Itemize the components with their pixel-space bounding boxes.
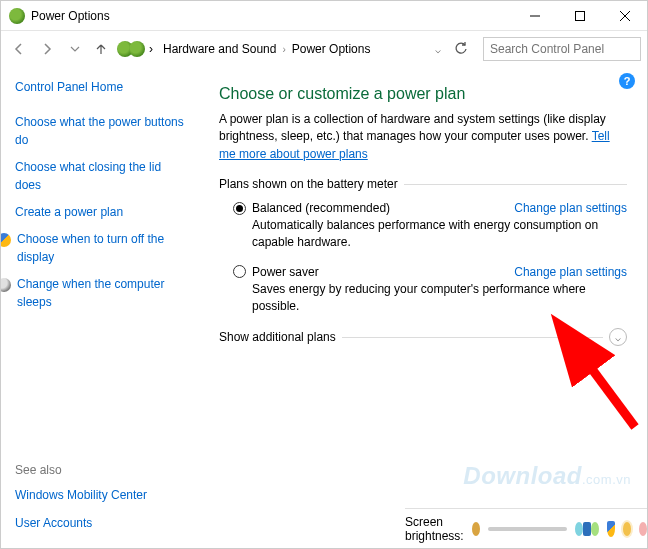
titlebar: Power Options [1, 1, 647, 31]
sidebar-link[interactable]: Create a power plan [15, 204, 185, 221]
plan-name[interactable]: Power saver [252, 265, 319, 279]
window-title: Power Options [31, 9, 512, 23]
show-additional-plans[interactable]: Show additional plans ⌵ [219, 328, 627, 346]
svg-rect-1 [575, 11, 584, 20]
power-options-icon [9, 8, 25, 24]
recent-dropdown[interactable] [63, 37, 87, 61]
see-also-label: See also [15, 463, 203, 477]
desc-text: A power plan is a collection of hardware… [219, 112, 606, 143]
sidebar-link[interactable]: Choose when to turn off the display [0, 231, 203, 266]
help-icon[interactable]: ? [619, 73, 635, 89]
sidebar-link[interactable]: Choose what closing the lid does [15, 159, 185, 194]
crumb-dropdown-icon[interactable]: ⌵ [431, 44, 445, 55]
decor-dot [575, 522, 583, 536]
decor-dot [639, 522, 647, 536]
additional-label: Show additional plans [219, 330, 342, 344]
window-controls [512, 1, 647, 30]
shield-icon [607, 521, 615, 537]
sun-bright-icon [623, 522, 631, 536]
sun-dim-icon [472, 522, 480, 536]
decor-dot [591, 522, 599, 536]
plan-power-saver: Power saver Change plan settings Saves e… [233, 265, 627, 315]
see-also-link[interactable]: User Accounts [15, 515, 185, 532]
control-panel-home-link[interactable]: Control Panel Home [15, 79, 185, 96]
plan-desc: Automatically balances performance with … [252, 217, 612, 251]
refresh-button[interactable] [449, 37, 473, 61]
page-description: A power plan is a collection of hardware… [219, 111, 627, 163]
brightness-slider[interactable] [488, 527, 568, 531]
close-button[interactable] [602, 1, 647, 30]
shield-icon [0, 233, 11, 247]
breadcrumb[interactable]: Hardware and Sound › Power Options ⌵ [163, 42, 445, 56]
plan-balanced: Balanced (recommended) Change plan setti… [233, 201, 627, 251]
plan-desc: Saves energy by reducing your computer's… [252, 281, 612, 315]
search-input[interactable] [483, 37, 641, 61]
crumb-sep-icon: › [282, 44, 285, 55]
sidebar: Control Panel Home Choose what the power… [1, 67, 203, 548]
back-button[interactable] [7, 37, 31, 61]
up-button[interactable] [91, 37, 111, 61]
crumb-power[interactable]: Power Options [292, 42, 371, 56]
radio-power-saver[interactable] [233, 265, 246, 278]
brightness-footer: Screen brightness: [405, 508, 647, 548]
brightness-label: Screen brightness: [405, 515, 464, 543]
group-label-text: Plans shown on the battery meter [219, 177, 404, 191]
watermark: Download.com.vn [463, 462, 631, 490]
divider [404, 184, 627, 185]
page-heading: Choose or customize a power plan [219, 85, 627, 103]
minimize-button[interactable] [512, 1, 557, 30]
sidebar-item-label: Change when the computer sleeps [17, 276, 187, 311]
sidebar-link[interactable]: Change when the computer sleeps [0, 276, 203, 311]
moon-icon [0, 278, 11, 292]
see-also-link[interactable]: Windows Mobility Center [15, 487, 185, 504]
plan-name[interactable]: Balanced (recommended) [252, 201, 390, 215]
divider [342, 337, 603, 338]
nav-row: › Hardware and Sound › Power Options ⌵ [1, 31, 647, 67]
maximize-button[interactable] [557, 1, 602, 30]
location-icons [117, 41, 145, 57]
change-plan-settings-link[interactable]: Change plan settings [514, 201, 627, 215]
radio-balanced[interactable] [233, 202, 246, 215]
main-content: ? Choose or customize a power plan A pow… [203, 67, 647, 548]
plans-group-label: Plans shown on the battery meter [219, 177, 627, 191]
forward-button[interactable] [35, 37, 59, 61]
crumb-hardware[interactable]: Hardware and Sound [163, 42, 276, 56]
sidebar-link[interactable]: Choose what the power buttons do [15, 114, 185, 149]
slider-thumb[interactable] [583, 522, 591, 536]
change-plan-settings-link[interactable]: Change plan settings [514, 265, 627, 279]
power-icon [129, 41, 145, 57]
chevron-down-icon[interactable]: ⌵ [609, 328, 627, 346]
crumb-sep-icon: › [149, 42, 153, 56]
sidebar-item-label: Choose when to turn off the display [17, 231, 187, 266]
